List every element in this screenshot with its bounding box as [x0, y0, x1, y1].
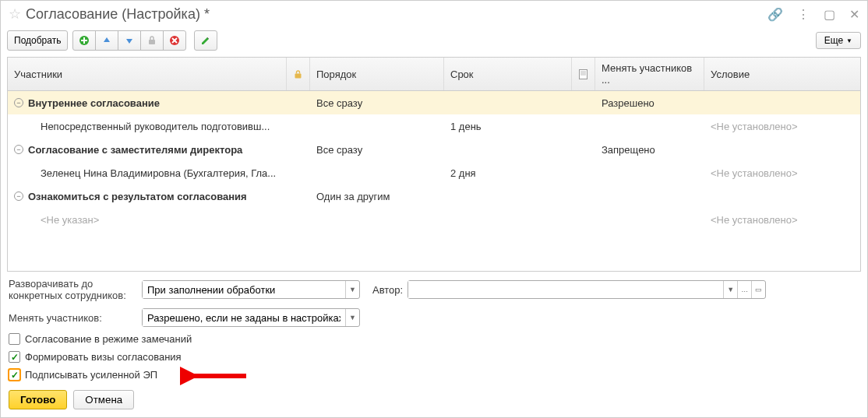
expand-input[interactable] — [143, 281, 345, 298]
open-button[interactable]: ▭ — [751, 281, 765, 298]
chevron-down-icon[interactable]: ▼ — [723, 281, 737, 298]
table-row[interactable]: −Согласование с заместителями директораВ… — [8, 138, 860, 161]
participant-text: Согласование с заместителями директора — [28, 144, 242, 156]
form-visas-checkbox[interactable]: ✓ — [9, 351, 20, 363]
comments-mode-label: Согласование в режиме замечаний — [25, 333, 192, 345]
cell: <Не установлено> — [704, 167, 817, 179]
ellipsis-button[interactable]: … — [737, 281, 751, 298]
change-participants-input[interactable] — [143, 309, 345, 326]
move-down-button[interactable] — [118, 30, 141, 51]
sign-ep-label: Подписывать усиленной ЭП — [25, 369, 157, 381]
form-visas-label: Формировать визы согласования — [25, 351, 182, 363]
edit-button[interactable] — [194, 30, 217, 51]
column-condition[interactable]: Условие — [704, 58, 817, 90]
select-button[interactable]: Подобрать — [7, 30, 68, 51]
author-label: Автор: — [372, 284, 403, 296]
svg-rect-3 — [295, 73, 302, 78]
table-row[interactable]: Зеленец Нина Владимировна (Бухгалтерия, … — [8, 161, 860, 184]
table-row[interactable]: −Ознакомиться с результатом согласования… — [8, 184, 860, 208]
column-deadline[interactable]: Срок — [444, 58, 572, 90]
cell: <Не установлено> — [704, 121, 817, 132]
cell: Один за другим — [310, 191, 444, 202]
chevron-down-icon[interactable]: ▼ — [345, 309, 359, 326]
expand-select[interactable]: ▼ — [142, 280, 360, 299]
tree-toggle-icon[interactable]: − — [14, 98, 23, 107]
change-participants-label: Менять участников: — [9, 312, 137, 324]
move-up-button[interactable] — [95, 30, 118, 51]
column-lock-icon[interactable] — [287, 58, 310, 90]
link-icon[interactable]: 🔗 — [767, 7, 783, 22]
column-order[interactable]: Порядок — [310, 58, 444, 90]
participant-text: Зеленец Нина Владимировна (Бухгалтерия, … — [41, 167, 276, 179]
participant-text: Внутреннее согласование — [28, 97, 160, 109]
favorite-star-icon[interactable]: ☆ — [9, 5, 21, 23]
cell: Все сразу — [310, 144, 444, 156]
kebab-icon[interactable]: ⋮ — [797, 7, 810, 22]
table-row[interactable]: <Не указан><Не установлено> — [8, 208, 860, 231]
column-doc-icon[interactable] — [572, 58, 595, 90]
table-row[interactable]: −Внутреннее согласованиеВсе сразуРазреше… — [8, 91, 860, 114]
add-button[interactable] — [72, 30, 96, 51]
column-change[interactable]: Менять участников ... — [595, 58, 704, 90]
author-input[interactable] — [408, 281, 723, 298]
expand-label: Разворачивать до конкретных сотрудников: — [9, 278, 137, 302]
chevron-down-icon[interactable]: ▼ — [345, 281, 359, 298]
svg-rect-1 — [149, 40, 155, 44]
column-participants[interactable]: Участники — [8, 58, 287, 90]
change-participants-select[interactable]: ▼ — [142, 308, 360, 327]
lock-button[interactable] — [140, 30, 164, 51]
window-title: Согласование (Настройка) * — [26, 6, 767, 23]
comments-mode-checkbox[interactable] — [9, 333, 20, 345]
cancel-button[interactable]: Отмена — [73, 390, 134, 409]
cell: 1 день — [444, 121, 572, 132]
cell: 2 дня — [444, 167, 572, 179]
tree-toggle-icon[interactable]: − — [14, 145, 23, 154]
participant-text: <Не указан> — [41, 214, 99, 226]
cell: Все сразу — [310, 97, 444, 109]
author-select[interactable]: ▼ … ▭ — [408, 280, 766, 299]
cell: Разрешено — [595, 97, 704, 109]
more-button[interactable]: Еще▼ — [816, 32, 861, 49]
participants-tree[interactable]: Участники Порядок Срок Менять участников… — [7, 57, 861, 272]
cell: <Не установлено> — [704, 214, 817, 226]
close-icon[interactable]: ✕ — [849, 7, 859, 22]
delete-button[interactable] — [163, 30, 186, 51]
sign-ep-checkbox[interactable]: ✓ — [9, 369, 20, 381]
participant-text: Ознакомиться с результатом согласования — [28, 191, 247, 202]
table-row[interactable]: Непосредственный руководитель подготовив… — [8, 114, 860, 138]
cell: Запрещено — [595, 144, 704, 156]
ok-button[interactable]: Готово — [9, 390, 67, 409]
maximize-icon[interactable]: ▢ — [824, 7, 835, 22]
tree-toggle-icon[interactable]: − — [14, 191, 23, 201]
participant-text: Непосредственный руководитель подготовив… — [41, 121, 270, 132]
